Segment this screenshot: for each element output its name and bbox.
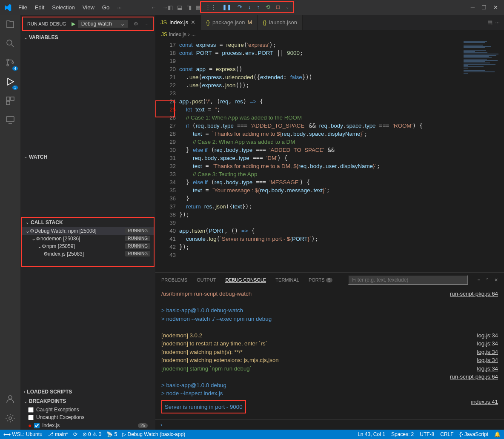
- loaded-scripts-label: LOADED SCRIPTS: [27, 389, 72, 395]
- filter-input[interactable]: [348, 275, 468, 285]
- tab-debug-console[interactable]: DEBUG CONSOLE: [225, 277, 266, 283]
- variables-panel: ⌄VARIABLES: [20, 33, 155, 152]
- minimize-icon[interactable]: ─: [471, 4, 475, 11]
- notifications-icon[interactable]: 🔔: [494, 431, 501, 437]
- close-panel-icon[interactable]: ✕: [494, 277, 498, 283]
- watch-panel: ⌄WATCH: [20, 152, 155, 216]
- search-nav-icon[interactable]: [5, 38, 15, 50]
- watch-header[interactable]: ⌄WATCH: [20, 152, 155, 162]
- account-icon[interactable]: [5, 394, 15, 405]
- call-stack-row[interactable]: ⌄⚙ npm [25059] RUNNING: [22, 242, 154, 250]
- debug-console-body[interactable]: /usr/bin/npm run-script debug-watchrun-s…: [155, 287, 504, 419]
- menu-file[interactable]: File: [15, 3, 31, 12]
- uncaught-checkbox[interactable]: [28, 415, 34, 420]
- svg-point-9: [9, 417, 11, 419]
- remote-indicator[interactable]: ⟷ WSL: Ubuntu: [3, 431, 43, 437]
- more-actions-icon[interactable]: ···: [495, 19, 500, 26]
- debug-settings-icon[interactable]: ⚙: [134, 21, 138, 27]
- code-editor[interactable]: 1718192021222324252627282930313233343536…: [155, 39, 504, 272]
- main: 4 1 RUN AND DEBUG ▶ Debug Watch ⌄ ⚙ ··· …: [0, 15, 504, 430]
- extensions-icon[interactable]: [5, 96, 15, 107]
- call-stack-header[interactable]: ⌄CALL STACK: [22, 218, 154, 227]
- git-sync-icon[interactable]: ⟳: [73, 431, 77, 437]
- menu-overflow-icon[interactable]: ···: [114, 3, 125, 12]
- collapse-icon[interactable]: ⌃: [485, 277, 489, 283]
- call-stack-row[interactable]: ⌄⚙ Debug Watch: npm [25008] RUNNING: [22, 227, 154, 235]
- explorer-icon[interactable]: [5, 19, 15, 31]
- cursor-position[interactable]: Ln 43, Col 1: [358, 431, 385, 437]
- stop-icon[interactable]: □: [275, 3, 281, 11]
- svg-point-2: [7, 64, 9, 66]
- nav-back-icon[interactable]: ←: [151, 4, 156, 11]
- git-branch[interactable]: ⎇ main*: [48, 431, 68, 437]
- step-over-icon[interactable]: ↷: [236, 3, 244, 11]
- source-control-icon[interactable]: 4: [5, 57, 15, 69]
- tab-terminal[interactable]: TERMINAL: [275, 277, 299, 282]
- more-icon[interactable]: ···: [144, 21, 149, 27]
- svg-point-8: [9, 396, 12, 399]
- call-stack-item-label: index.js [25083]: [48, 251, 84, 257]
- pause-icon[interactable]: ❚❚: [220, 3, 233, 11]
- variables-header[interactable]: ⌄VARIABLES: [20, 33, 155, 42]
- eol[interactable]: CRLF: [440, 431, 453, 437]
- tab-output[interactable]: OUTPUT: [197, 277, 216, 282]
- debug-console-prompt[interactable]: ›: [155, 419, 504, 430]
- breakpoint-caught[interactable]: Caught Exceptions: [20, 406, 155, 413]
- tab-packagejson[interactable]: {}package.jsonM: [201, 15, 258, 30]
- code-body[interactable]: const express = require('express'); cons…: [179, 39, 461, 272]
- menu-edit[interactable]: Edit: [32, 3, 48, 12]
- run-debug-icon[interactable]: 1: [5, 77, 15, 88]
- breakpoints-panel: ⌄BREAKPOINTS Caught Exceptions Uncaught …: [20, 396, 155, 430]
- breadcrumb[interactable]: JSindex.js›...: [155, 30, 504, 39]
- drag-handle-icon[interactable]: ⋮⋮: [203, 3, 218, 11]
- menu-view[interactable]: View: [79, 3, 98, 12]
- toggle-panel-icon[interactable]: ⬓: [177, 4, 182, 11]
- indentation[interactable]: Spaces: 2: [391, 431, 414, 437]
- nav-forward-icon[interactable]: →: [162, 4, 168, 11]
- settings-gear-icon[interactable]: [5, 413, 15, 425]
- close-tab-icon[interactable]: ✕: [191, 19, 195, 26]
- tab-problems[interactable]: PROBLEMS: [161, 277, 187, 282]
- close-icon[interactable]: ✕: [493, 4, 498, 11]
- debug-target-icon[interactable]: ⌄: [284, 4, 291, 10]
- bp-file-checkbox[interactable]: [34, 423, 40, 428]
- tab-label: package.json: [212, 19, 245, 26]
- step-into-icon[interactable]: ↓: [246, 3, 253, 11]
- restart-icon[interactable]: ⟲: [264, 3, 272, 11]
- call-stack-row[interactable]: ⚙ index.js [25083] RUNNING: [22, 250, 154, 258]
- toggle-secondary-icon[interactable]: ◨: [186, 4, 192, 11]
- remote-explorer-icon[interactable]: [5, 115, 15, 126]
- svg-rect-7: [6, 117, 14, 122]
- language-mode[interactable]: {} JavaScript: [460, 431, 488, 437]
- clear-console-icon[interactable]: ≡: [478, 277, 480, 283]
- maximize-icon[interactable]: ☐: [481, 4, 487, 11]
- line-gutter[interactable]: 1718192021222324252627282930313233343536…: [155, 39, 179, 272]
- call-stack-row[interactable]: ⌄⚙ nodemon [25036] RUNNING: [22, 235, 154, 242]
- caught-checkbox[interactable]: [28, 407, 34, 413]
- encoding[interactable]: UTF-8: [420, 431, 434, 437]
- tab-ports[interactable]: PORTS 5: [309, 277, 332, 282]
- chevron-down-icon: ⌄: [120, 21, 125, 27]
- layout-controls: ◧ ⬓ ◨ ▦: [168, 4, 201, 11]
- modified-indicator: M: [248, 19, 252, 26]
- menu-go[interactable]: Go: [99, 3, 113, 12]
- loaded-scripts-header[interactable]: ›LOADED SCRIPTS: [20, 387, 155, 396]
- debug-status[interactable]: ▷ Debug Watch (basic-app): [122, 431, 185, 437]
- split-editor-icon[interactable]: ▤: [487, 19, 493, 26]
- svg-point-1: [7, 59, 9, 61]
- breakpoints-header[interactable]: ⌄BREAKPOINTS: [20, 396, 155, 406]
- breadcrumb-label: index.js: [169, 31, 186, 37]
- breakpoint-file[interactable]: ●index.js25: [20, 421, 155, 430]
- start-debug-icon[interactable]: ▶: [72, 21, 75, 27]
- errors-count[interactable]: ⊘ 0 ⚠ 0: [83, 431, 101, 437]
- debug-config-label: Debug Watch: [81, 21, 112, 27]
- step-out-icon[interactable]: ↑: [255, 3, 262, 11]
- ports-forwarded[interactable]: 📡 5: [106, 431, 117, 437]
- tab-indexjs[interactable]: JSindex.js✕: [155, 15, 201, 30]
- toggle-sidebar-icon[interactable]: ◧: [168, 4, 173, 11]
- menu-selection[interactable]: Selection: [49, 3, 78, 12]
- debug-config-dropdown[interactable]: Debug Watch ⌄: [78, 20, 128, 28]
- minimap[interactable]: [461, 39, 504, 272]
- tab-launchjson[interactable]: {}launch.json: [258, 15, 302, 30]
- breakpoint-uncaught[interactable]: Uncaught Exceptions: [20, 413, 155, 421]
